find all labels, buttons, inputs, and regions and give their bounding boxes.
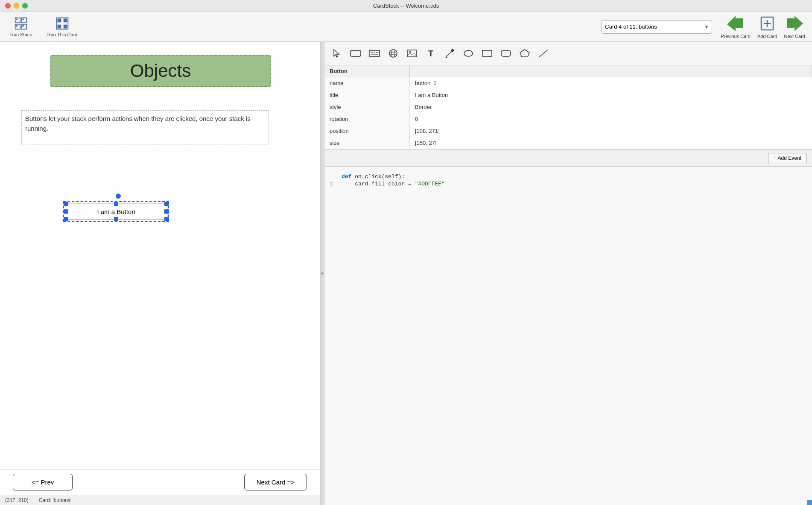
panel-divider[interactable] bbox=[320, 42, 324, 505]
add-card-button[interactable]: Add Card bbox=[757, 15, 777, 39]
pen-icon bbox=[444, 49, 455, 58]
run-stack-icon bbox=[14, 17, 28, 30]
line-tool-button[interactable] bbox=[535, 44, 552, 62]
props-header-value bbox=[410, 65, 812, 77]
prev-card-icon bbox=[726, 15, 745, 32]
handle-top-left[interactable] bbox=[64, 202, 68, 206]
rect-icon bbox=[482, 49, 493, 58]
svg-point-35 bbox=[464, 50, 473, 56]
props-header-name: Button bbox=[324, 65, 410, 77]
props-val-5[interactable]: [150, 27] bbox=[410, 137, 812, 149]
text-tool-icon: T bbox=[428, 49, 433, 59]
svg-rect-1 bbox=[22, 18, 27, 23]
webview-tool-button[interactable] bbox=[384, 44, 402, 62]
maximize-button[interactable] bbox=[22, 3, 28, 9]
svg-rect-2 bbox=[15, 24, 20, 29]
svg-rect-4 bbox=[16, 18, 18, 20]
svg-rect-21 bbox=[369, 50, 380, 56]
next-nav-button[interactable]: Next Card => bbox=[244, 474, 307, 490]
props-row-0: name button_1 bbox=[324, 77, 812, 89]
card-selector[interactable]: Card 4 of 11: buttons bbox=[601, 20, 712, 34]
handle-top-middle[interactable] bbox=[114, 202, 118, 206]
properties-header: Button bbox=[324, 65, 812, 77]
next-card-button[interactable]: Next Card bbox=[784, 15, 805, 39]
line-number-0 bbox=[330, 173, 338, 174]
add-event-button[interactable]: + Add Event bbox=[768, 153, 807, 163]
svg-rect-10 bbox=[64, 18, 67, 22]
props-row-3: rotation 0 bbox=[324, 113, 812, 125]
handle-middle-right[interactable] bbox=[164, 209, 169, 214]
line-icon bbox=[538, 49, 549, 58]
svg-rect-14 bbox=[736, 18, 743, 28]
props-key-5: size bbox=[324, 137, 410, 149]
svg-point-26 bbox=[389, 50, 397, 57]
roundrect-tool-button[interactable] bbox=[497, 44, 515, 62]
svg-rect-36 bbox=[482, 50, 492, 56]
image-tool-button[interactable] bbox=[403, 44, 421, 62]
svg-rect-37 bbox=[501, 50, 511, 56]
run-stack-button[interactable]: Run Stack bbox=[7, 15, 35, 39]
svg-rect-3 bbox=[22, 24, 27, 29]
tool-palette: T bbox=[324, 42, 812, 65]
canvas-button-label: I am a Button bbox=[97, 208, 135, 215]
props-val-2[interactable]: Border bbox=[410, 101, 812, 113]
script-resize-handle[interactable] bbox=[807, 500, 812, 505]
props-val-1[interactable]: I am a Button bbox=[410, 89, 812, 101]
pen-tool-button[interactable] bbox=[441, 44, 459, 62]
canvas-button-wrapper: I am a Button bbox=[63, 194, 169, 222]
props-val-0[interactable]: button_1 bbox=[410, 77, 812, 89]
rotate-handle[interactable] bbox=[116, 194, 121, 199]
props-val-4[interactable]: [108, 271] bbox=[410, 125, 812, 137]
svg-rect-11 bbox=[58, 24, 61, 28]
svg-rect-6 bbox=[16, 25, 18, 26]
canvas-area: Objects Buttons let your stack perform a… bbox=[0, 42, 320, 505]
handle-bottom-middle[interactable] bbox=[114, 217, 118, 221]
next-card-label: Next Card bbox=[784, 34, 805, 39]
props-key-3: rotation bbox=[324, 113, 410, 125]
svg-point-27 bbox=[391, 50, 395, 57]
prev-card-label: Previous Card bbox=[721, 34, 751, 39]
svg-rect-20 bbox=[351, 50, 361, 56]
run-stack-label: Run Stack bbox=[10, 32, 32, 37]
add-card-icon bbox=[759, 15, 775, 32]
line-number-1: 1 bbox=[330, 181, 338, 187]
coordinates-display: (317, 210) bbox=[5, 497, 29, 503]
close-button[interactable] bbox=[5, 3, 11, 9]
pointer-tool-button[interactable] bbox=[328, 44, 346, 62]
prev-card-button[interactable]: Previous Card bbox=[721, 15, 751, 39]
pointer-icon bbox=[332, 49, 342, 58]
add-card-label: Add Card bbox=[757, 34, 777, 39]
polygon-tool-button[interactable] bbox=[516, 44, 534, 62]
line-content-0: def on_click(self): bbox=[342, 173, 405, 180]
handle-middle-left[interactable] bbox=[64, 209, 68, 214]
text-tool-button[interactable]: T bbox=[422, 44, 440, 62]
rect-tool-button[interactable] bbox=[478, 44, 496, 62]
props-val-3[interactable]: 0 bbox=[410, 113, 812, 125]
canvas-content[interactable]: Objects Buttons let your stack perform a… bbox=[0, 42, 320, 469]
description-text: Buttons let your stack perform actions w… bbox=[21, 110, 269, 144]
prev-nav-button[interactable]: <= Prev bbox=[13, 474, 73, 490]
props-row-2: style Border bbox=[324, 101, 812, 113]
header-text: Objects bbox=[130, 61, 191, 81]
handle-bottom-right[interactable] bbox=[164, 217, 169, 221]
handle-bottom-left[interactable] bbox=[64, 217, 68, 221]
run-card-button[interactable]: Run This Card bbox=[44, 15, 81, 39]
right-panel: T bbox=[324, 42, 812, 505]
script-editor[interactable]: def on_click(self): 1 card.fill_color = … bbox=[324, 167, 812, 505]
add-event-label: + Add Event bbox=[774, 155, 801, 161]
svg-rect-5 bbox=[23, 18, 24, 20]
image-icon bbox=[406, 49, 418, 58]
header-label: Objects bbox=[50, 55, 271, 87]
svg-line-38 bbox=[539, 50, 548, 57]
svg-marker-19 bbox=[794, 16, 803, 31]
script-line-1: 1 card.fill_color = "#DDFFEE" bbox=[330, 181, 805, 187]
handle-top-right[interactable] bbox=[164, 202, 169, 206]
svg-rect-9 bbox=[58, 18, 61, 22]
props-key-4: position bbox=[324, 125, 410, 137]
oval-tool-button[interactable] bbox=[459, 44, 477, 62]
button-tool-button[interactable] bbox=[347, 44, 365, 62]
divider-dot bbox=[321, 272, 324, 275]
minimize-button[interactable] bbox=[14, 3, 19, 9]
textfield-tool-button[interactable] bbox=[365, 44, 383, 62]
svg-rect-7 bbox=[23, 25, 24, 26]
